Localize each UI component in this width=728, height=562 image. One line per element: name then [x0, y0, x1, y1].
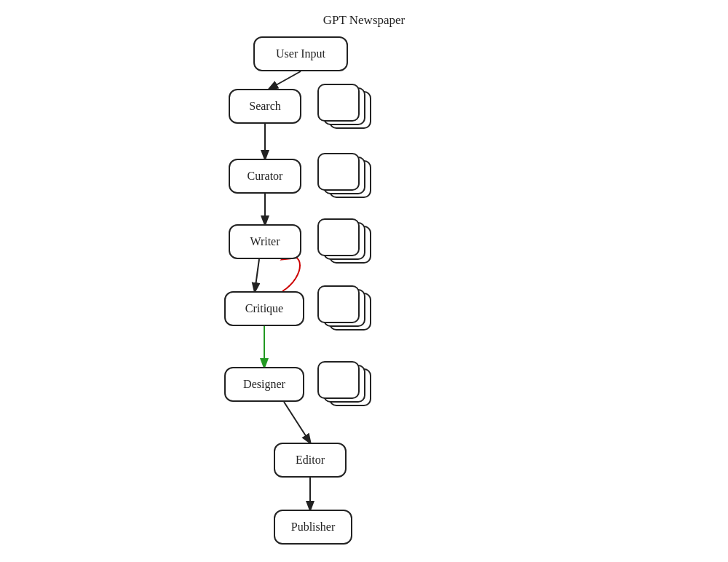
- node-critique: Critique: [224, 291, 304, 326]
- stack-critique: [314, 285, 395, 335]
- diagram-title: GPT Newspaper: [0, 13, 728, 28]
- stack-search: [314, 84, 395, 133]
- node-search: Search: [229, 89, 301, 124]
- node-user-input: User Input: [253, 36, 348, 71]
- svg-line-0: [269, 71, 301, 89]
- node-writer: Writer: [229, 224, 301, 259]
- stack-curator: [314, 153, 395, 202]
- diagram: GPT Newspaper User: [0, 0, 728, 562]
- node-designer: Designer: [224, 367, 304, 402]
- stack-writer: [314, 218, 395, 268]
- node-editor: Editor: [274, 443, 347, 478]
- svg-line-5: [284, 402, 310, 443]
- svg-line-3: [255, 259, 259, 291]
- stack-designer: [314, 361, 395, 411]
- node-curator: Curator: [229, 159, 301, 194]
- node-publisher: Publisher: [274, 510, 352, 545]
